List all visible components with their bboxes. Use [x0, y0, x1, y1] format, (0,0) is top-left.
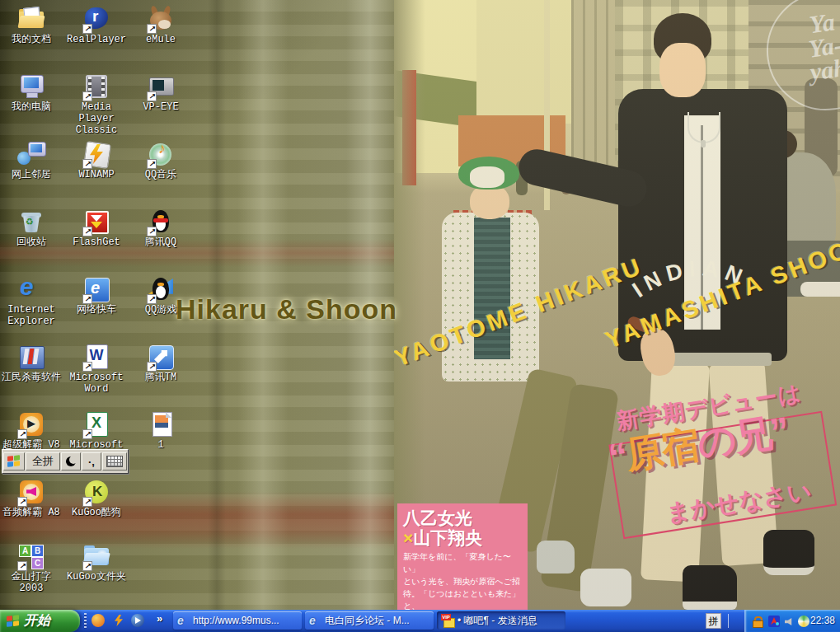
desktop-icon-net-express[interactable]: e↗网络快车	[62, 275, 131, 316]
superplayer-v8-icon: ▶↗	[16, 410, 46, 438]
desktop-icon-tencent-tm[interactable]: ↗腾讯TM	[126, 343, 195, 384]
taskbar-task-browser-forum[interactable]: e电白同乡论坛 - M...	[305, 611, 434, 630]
desktop-icon-kugoo[interactable]: K↗KuGoo酷狗	[62, 478, 131, 519]
desktop-icon-network-places[interactable]: 网上邻居	[0, 140, 66, 181]
taskbar-separator	[728, 614, 729, 628]
quick-launch-winamp-icon[interactable]	[112, 614, 125, 627]
icon-label: 网上邻居	[0, 170, 66, 181]
windows-logo-icon	[7, 615, 20, 628]
icon-label: RealPlayer	[62, 35, 131, 46]
tray-lock-icon[interactable]	[751, 615, 764, 628]
ime-soft-keyboard-button[interactable]	[102, 452, 127, 470]
quick-launch-grip[interactable]	[84, 613, 87, 629]
shortcut-arrow-icon: ↗	[82, 294, 92, 304]
shortcut-arrow-icon: ↗	[17, 561, 27, 571]
icon-label: 腾讯QQ	[126, 237, 195, 249]
desktop-icon-winamp[interactable]: ↗WINAMP	[62, 140, 131, 181]
taskbar-task-qq-chat[interactable]: VIP• 嘟吧¶ - 发送消息	[437, 611, 565, 630]
network-places-icon	[16, 140, 46, 168]
icon-label: 网络快车	[62, 305, 131, 316]
desktop-icon-internet-explorer[interactable]: eInternetExplorer	[0, 275, 66, 328]
desktop-icon-recycle-bin[interactable]: ♻回收站	[0, 208, 66, 249]
desktop-icon-qq-games[interactable]: ↗QQ游戏	[126, 275, 195, 316]
kugoo-folder-icon: ↗	[82, 542, 111, 570]
desktop-icon-vp-eye[interactable]: ↗VP-EYE	[126, 73, 195, 114]
desktop-icon-file-1[interactable]: 1	[126, 410, 195, 452]
desktop-icon-media-player-classic[interactable]: ↗Media PlayerClassic	[62, 73, 131, 136]
microsoft-excel-icon: X↗	[82, 410, 111, 438]
qq-vip-icon: VIP	[441, 614, 454, 627]
desktop-icon-my-documents[interactable]: 我的文档	[0, 5, 66, 46]
shortcut-arrow-icon: ↗	[147, 159, 157, 169]
shortcut-arrow-icon: ↗	[82, 227, 92, 236]
desktop-icon-superplayer-v8[interactable]: ▶↗超级解霸 V8	[0, 410, 66, 452]
shortcut-arrow-icon: ↗	[147, 24, 157, 34]
icon-label: QQ游戏	[126, 305, 195, 316]
ime-fullwidth-toggle-button[interactable]	[61, 452, 81, 470]
emule-icon: ↗	[146, 5, 176, 33]
qq-music-icon: ♪↗	[146, 140, 176, 168]
shortcut-arrow-icon: ↗	[17, 429, 27, 439]
task-label: http://www.99mus...	[193, 615, 279, 626]
desktop-icon-realplayer[interactable]: r↗RealPlayer	[62, 5, 131, 46]
taskbar: 开始 » ehttp://www.99mus...e电白同乡论坛 - M...V…	[0, 610, 840, 632]
ime-input-method-button[interactable]	[3, 452, 25, 470]
recycle-bin-icon: ♻	[16, 208, 46, 236]
taskbar-task-browser-99mus[interactable]: ehttp://www.99mus...	[173, 611, 302, 630]
desktop-icon-kugoo-folder[interactable]: ↗KuGoo文件夹	[62, 542, 131, 583]
ime-punctuation-button[interactable]: ·,	[82, 452, 101, 470]
task-label: • 嘟吧¶ - 发送消息	[458, 614, 537, 628]
kugoo-icon: K↗	[82, 478, 111, 506]
ime-language-bar[interactable]: 全拼 ·,	[2, 449, 129, 474]
task-label: 电白同乡论坛 - M...	[325, 614, 410, 628]
winamp-icon: ↗	[82, 140, 111, 168]
flashget-icon: ↗	[82, 208, 111, 236]
shortcut-arrow-icon: ↗	[147, 362, 157, 372]
tencent-tm-icon: ↗	[146, 343, 176, 371]
icon-label: 江民杀毒软件	[0, 372, 66, 384]
desktop-icon-kingsoft-typing-2003[interactable]: ABC↗金山打字2003	[0, 542, 66, 595]
kingsoft-typing-2003-icon: ABC↗	[16, 542, 46, 570]
internet-explorer-icon: e	[16, 275, 46, 303]
icon-label: FlashGet	[62, 237, 131, 249]
desktop-icon-qq-music[interactable]: ♪↗QQ音乐	[126, 140, 195, 181]
windows-flag-icon	[7, 455, 21, 468]
icon-label: WINAMP	[62, 170, 131, 181]
desktop-icon-microsoft-word[interactable]: W↗MicrosoftWord	[62, 343, 131, 396]
jiangmin-antivirus-icon	[16, 343, 46, 371]
shortcut-arrow-icon: ↗	[147, 294, 157, 304]
icon-label: 音频解霸 A8	[0, 508, 66, 519]
icon-label: 腾讯TM	[126, 372, 195, 384]
icon-label: Media PlayerClassic	[62, 102, 131, 136]
tray-kugoo-disc-icon[interactable]	[797, 615, 810, 628]
icon-label: eMule	[126, 35, 195, 46]
icon-label: 回收站	[0, 237, 66, 249]
media-player-classic-icon: ↗	[82, 73, 111, 101]
desktop-icon-audioplayer-a8[interactable]: ↗音频解霸 A8	[0, 478, 66, 519]
taskbar-clock[interactable]: 22:38	[810, 615, 835, 626]
desktop-icon-jiangmin-antivirus[interactable]: 江民杀毒软件	[0, 343, 66, 384]
start-button[interactable]: 开始	[0, 610, 80, 632]
quick-launch-media-player-icon[interactable]	[131, 614, 144, 627]
keyboard-icon	[106, 456, 123, 467]
desktop-icon-layer: 我的文档我的电脑网上邻居♻回收站eInternetExplorer江民杀毒软件▶…	[0, 0, 840, 632]
my-documents-icon	[16, 5, 46, 33]
tray-volume-icon[interactable]	[783, 615, 796, 628]
desktop-screen: INDIAN YAOTOME HIKARU YAMASHITA SHOON Ya…	[0, 0, 840, 632]
vp-eye-icon: ↗	[146, 73, 176, 101]
realplayer-icon: r↗	[82, 5, 111, 33]
quick-launch-realplayer-icon[interactable]	[92, 614, 105, 627]
shortcut-arrow-icon: ↗	[82, 24, 92, 34]
quick-launch-overflow-chevron[interactable]: »	[157, 612, 162, 625]
shortcut-arrow-icon: ↗	[82, 561, 92, 571]
desktop-icon-emule[interactable]: ↗eMule	[126, 5, 195, 46]
ime-mode-button[interactable]: 全拼	[26, 452, 60, 470]
tray-messenger-icon[interactable]	[767, 615, 781, 628]
desktop-icon-my-computer[interactable]: 我的电脑	[0, 73, 66, 114]
taskbar-ime-indicator[interactable]: 拼	[706, 613, 721, 629]
desktop-icon-tencent-qq[interactable]: ↗腾讯QQ	[126, 208, 195, 249]
audioplayer-a8-icon: ↗	[16, 478, 46, 506]
icon-label: QQ音乐	[126, 170, 195, 181]
ie-icon: e	[309, 614, 321, 627]
desktop-icon-flashget[interactable]: ↗FlashGet	[62, 208, 131, 249]
